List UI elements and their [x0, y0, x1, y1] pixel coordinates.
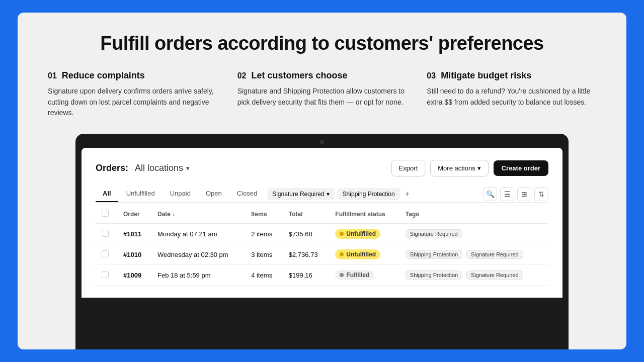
orders-header: Orders: All locations ▾ Export More acti… [96, 160, 548, 176]
feature-1-desc: Signature upon delivery confirms orders … [48, 86, 217, 119]
sort-icon: ⇅ [538, 190, 544, 198]
feature-2-heading: 02 Let customers choose [237, 70, 407, 81]
filter-icon: ☰ [504, 190, 511, 198]
col-items[interactable]: Items [245, 205, 283, 224]
feature-2-num: 02 [237, 71, 247, 80]
feature-1: 01 Reduce complaints Signature upon deli… [48, 70, 217, 119]
tab-signature-required[interactable]: Signature Required ▾ [267, 188, 334, 200]
status-dot [340, 273, 344, 277]
orders-location: All locations [135, 163, 183, 173]
row-2-items: 3 items [245, 244, 283, 265]
orders-label: Orders: [96, 163, 128, 173]
row-checkbox [96, 265, 117, 286]
feature-2-title: Let customers choose [251, 70, 347, 81]
col-total[interactable]: Total [283, 205, 330, 224]
select-all-checkbox[interactable] [102, 210, 109, 217]
row-1-total: $735.68 [283, 224, 330, 244]
feature-1-title: Reduce complaints [62, 70, 145, 81]
feature-2: 02 Let customers choose Signature and Sh… [237, 70, 407, 119]
row-2-total: $2,736.73 [283, 244, 330, 265]
chevron-down-icon[interactable]: ▾ [186, 165, 189, 172]
row-3-date: Feb 18 at 5:59 pm [151, 265, 245, 286]
search-button[interactable]: 🔍 [483, 187, 497, 201]
feature-1-num: 01 [48, 71, 57, 80]
status-badge: Unfulfilled [335, 249, 380, 259]
row-1-status: Unfulfilled [329, 224, 399, 244]
row-3-checkbox[interactable] [102, 271, 109, 278]
create-order-button[interactable]: Create order [494, 160, 548, 176]
row-1-date: Monday at 07:21 am [151, 224, 245, 244]
status-label: Unfulfilled [346, 230, 376, 237]
tab-unfulfilled[interactable]: Unfulfilled [119, 186, 162, 202]
tag-shipping-protection: Shipping Protection [406, 250, 462, 259]
col-order[interactable]: Order [117, 205, 151, 224]
tab-unpaid[interactable]: Unpaid [163, 186, 198, 202]
status-dot [340, 232, 344, 236]
row-1-checkbox[interactable] [102, 230, 109, 237]
filter-button[interactable]: ☰ [500, 187, 514, 201]
row-1-order: #1011 [117, 224, 151, 244]
feature-3-desc: Still need to do a refund? You're cushio… [427, 86, 596, 108]
col-tags[interactable]: Tags [399, 205, 548, 224]
row-3-items: 4 items [245, 265, 283, 286]
export-button[interactable]: Export [391, 160, 426, 176]
tabs-row: All Unfulfilled Unpaid Open Closed Signa… [96, 186, 548, 203]
orders-table: Order Date ↓ Items Total Fulfillment sta… [96, 205, 548, 286]
col-date[interactable]: Date ↓ [151, 205, 245, 224]
tag-signature-required: Signature Required [466, 270, 523, 280]
signature-required-label: Signature Required [272, 191, 324, 198]
status-label: Fulfilled [346, 272, 369, 279]
status-dot [340, 252, 344, 256]
features-row: 01 Reduce complaints Signature upon deli… [48, 70, 596, 119]
status-badge: Unfulfilled [335, 229, 380, 239]
feature-2-desc: Signature and Shipping Protection allow … [237, 86, 407, 108]
table-header-row: Order Date ↓ Items Total Fulfillment sta… [96, 205, 548, 224]
feature-3-heading: 03 Mitigate budget risks [427, 70, 596, 81]
tag-shipping-protection: Shipping Protection [406, 270, 462, 280]
feature-3-title: Mitigate budget risks [441, 70, 531, 81]
tag-signature-required: Signature Required [466, 250, 523, 259]
table-row[interactable]: #1011 Monday at 07:21 am 2 items $735.68… [96, 224, 548, 244]
row-2-date: Wednesday at 02:30 pm [151, 244, 245, 265]
laptop-screen: Orders: All locations ▾ Export More acti… [82, 148, 562, 298]
row-3-tags: Shipping Protection Signature Required [399, 265, 548, 286]
row-2-tags: Shipping Protection Signature Required [399, 244, 548, 265]
laptop-camera [320, 140, 324, 144]
col-fulfillment-status[interactable]: Fulfillment status [329, 205, 399, 224]
shipping-protection-label: Shipping Protection [343, 191, 395, 198]
tab-add-button[interactable]: + [401, 187, 414, 202]
tab-actions: 🔍 ☰ ⊞ ⇅ [483, 187, 548, 201]
table-row[interactable]: #1009 Feb 18 at 5:59 pm 4 items $199.16 … [96, 265, 548, 286]
more-actions-label: More actions [438, 164, 475, 172]
tag-signature-required: Signature Required [406, 229, 462, 238]
columns-icon: ⊞ [521, 190, 527, 198]
chevron-down-icon: ▾ [477, 164, 481, 172]
row-2-order: #1010 [117, 244, 151, 265]
tab-shipping-protection[interactable]: Shipping Protection [338, 188, 400, 200]
row-1-tags: Signature Required [399, 224, 548, 244]
sort-button[interactable]: ⇅ [534, 187, 548, 201]
row-3-order: #1009 [117, 265, 151, 286]
feature-3-num: 03 [427, 71, 436, 80]
col-checkbox [96, 205, 117, 224]
laptop: Orders: All locations ▾ Export More acti… [75, 134, 569, 349]
orders-title: Orders: All locations ▾ [96, 163, 189, 173]
chevron-down-icon: ▾ [327, 191, 330, 198]
row-2-checkbox[interactable] [102, 250, 109, 257]
tab-open[interactable]: Open [199, 186, 229, 202]
columns-button[interactable]: ⊞ [517, 187, 531, 201]
slide: Fulfill orders according to customers' p… [18, 13, 626, 349]
search-icon: 🔍 [486, 190, 495, 198]
tab-closed[interactable]: Closed [230, 186, 264, 202]
tab-all[interactable]: All [96, 186, 118, 202]
row-2-status: Unfulfilled [329, 244, 399, 265]
row-checkbox [96, 224, 117, 244]
row-3-total: $199.16 [283, 265, 330, 286]
laptop-container: Orders: All locations ▾ Export More acti… [48, 134, 596, 349]
row-3-status: Fulfilled [329, 265, 399, 286]
main-title: Fulfill orders according to customers' p… [100, 33, 544, 54]
more-actions-button[interactable]: More actions ▾ [430, 160, 488, 176]
table-row[interactable]: #1010 Wednesday at 02:30 pm 3 items $2,7… [96, 244, 548, 265]
feature-3: 03 Mitigate budget risks Still need to d… [427, 70, 596, 119]
header-actions: Export More actions ▾ Create order [391, 160, 548, 176]
